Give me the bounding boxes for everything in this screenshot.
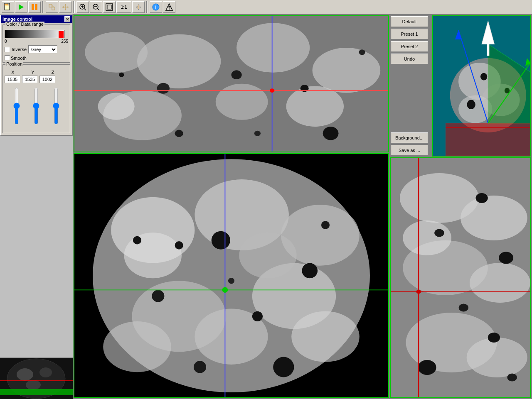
position-label: Position (5, 61, 23, 66)
rotate-button[interactable] (46, 1, 58, 13)
x-position-input[interactable] (5, 76, 20, 83)
range-min-value: 0 (5, 39, 7, 44)
save-as-button[interactable]: Save as ... (391, 145, 428, 156)
svg-marker-13 (64, 9, 66, 10)
colormap-select[interactable]: Grey Hot Rainbow (28, 45, 57, 54)
svg-point-76 (175, 241, 183, 250)
color-range-bar[interactable] (5, 30, 65, 38)
z-position-input[interactable] (39, 76, 55, 83)
svg-text:i: i (155, 4, 156, 10)
svg-rect-5 (32, 4, 34, 10)
svg-point-83 (222, 287, 228, 292)
3d-view-panel[interactable] (432, 15, 531, 157)
position-inputs (5, 76, 68, 83)
svg-point-73 (152, 290, 164, 302)
zoom-out-button[interactable] (90, 1, 102, 13)
svg-rect-102 (391, 158, 530, 397)
move3d-button[interactable] (59, 1, 71, 13)
svg-point-58 (270, 89, 274, 93)
y-position-input[interactable] (22, 76, 38, 83)
undo-button[interactable]: Undo (391, 54, 428, 64)
svg-line-95 (458, 30, 488, 123)
svg-rect-59 (74, 154, 388, 397)
svg-point-42 (313, 48, 381, 93)
svg-rect-101 (487, 42, 489, 56)
color-range-label: Color / Data range (5, 22, 44, 27)
svg-line-21 (97, 8, 99, 10)
svg-point-33 (26, 380, 41, 390)
svg-point-64 (132, 281, 226, 352)
zoom-in-button[interactable] (76, 1, 89, 13)
new-button[interactable] (2, 1, 14, 13)
svg-marker-100 (482, 21, 495, 44)
svg-point-80 (228, 278, 234, 284)
svg-point-106 (403, 240, 488, 295)
svg-point-116 (418, 360, 436, 375)
svg-point-114 (459, 304, 468, 311)
svg-marker-15 (67, 6, 69, 8)
run-button[interactable] (15, 1, 27, 13)
svg-rect-6 (35, 4, 37, 10)
svg-rect-103 (391, 158, 530, 397)
info-button[interactable]: i (150, 1, 162, 13)
svg-marker-4 (19, 4, 24, 10)
preset2-button[interactable]: Preset 2 (391, 41, 428, 52)
svg-point-63 (281, 205, 360, 266)
separator-3 (146, 1, 148, 13)
bottom-right-microscopy (391, 158, 530, 397)
background-button[interactable]: Background... (391, 132, 428, 143)
separator-1 (42, 1, 44, 13)
y-slider-container (32, 87, 40, 130)
inverse-checkbox[interactable] (5, 47, 10, 52)
svg-point-89 (458, 95, 492, 123)
svg-rect-37 (74, 16, 388, 152)
y-slider[interactable] (32, 87, 40, 125)
svg-point-69 (103, 321, 171, 372)
range-max-value: 255 (61, 39, 68, 44)
svg-point-47 (157, 83, 170, 94)
range-labels: 0 255 (5, 39, 68, 44)
x-slider[interactable] (12, 87, 21, 125)
pan-button[interactable] (132, 1, 145, 13)
range-max-indicator (59, 31, 64, 38)
svg-point-32 (39, 367, 52, 377)
right-views: Default Preset 1 Preset 2 Undo Backgroun… (390, 15, 531, 398)
bottom-left-microscopy (74, 154, 388, 397)
top-left-view[interactable] (74, 15, 389, 152)
svg-point-120 (416, 290, 421, 294)
panel-close-button[interactable]: ✕ (64, 16, 70, 22)
3d-view-svg (433, 16, 530, 156)
svg-point-31 (17, 368, 33, 381)
svg-point-108 (406, 313, 497, 372)
bottom-right-view[interactable] (390, 157, 531, 398)
z-slider[interactable] (52, 87, 60, 125)
x-slider-container (13, 87, 20, 130)
smooth-checkbox[interactable] (5, 55, 10, 61)
z-axis-label: Z (44, 70, 61, 75)
right-top-section: Default Preset 1 Preset 2 Undo Backgroun… (390, 15, 531, 157)
image-control-panel: image control ✕ Color / Data range 0 255… (0, 15, 73, 136)
bottom-left-view[interactable] (74, 153, 389, 398)
svg-point-52 (323, 127, 339, 140)
svg-point-50 (359, 49, 365, 55)
svg-point-75 (321, 221, 330, 229)
svg-rect-3 (5, 5, 10, 5)
svg-line-17 (84, 8, 86, 10)
svg-rect-38 (74, 16, 388, 152)
svg-point-109 (467, 338, 527, 377)
svg-point-113 (499, 252, 513, 264)
svg-point-62 (195, 179, 289, 250)
fit-button[interactable] (103, 1, 116, 13)
stop-button[interactable] (28, 1, 41, 13)
svg-point-112 (434, 229, 444, 237)
svg-rect-7 (49, 4, 52, 7)
default-button[interactable]: Default (391, 16, 428, 27)
help-button[interactable]: ? (163, 1, 175, 13)
actual-size-button[interactable]: 1:1 (116, 1, 131, 13)
toolbar: 1:1 i ? (0, 0, 532, 15)
main-layout: Default Preset 1 Preset 2 Undo Backgroun… (73, 15, 532, 399)
position-section: Position X Y Z (2, 64, 70, 133)
svg-point-111 (476, 193, 488, 203)
preset1-button[interactable]: Preset 1 (391, 29, 428, 39)
svg-point-40 (137, 34, 221, 88)
